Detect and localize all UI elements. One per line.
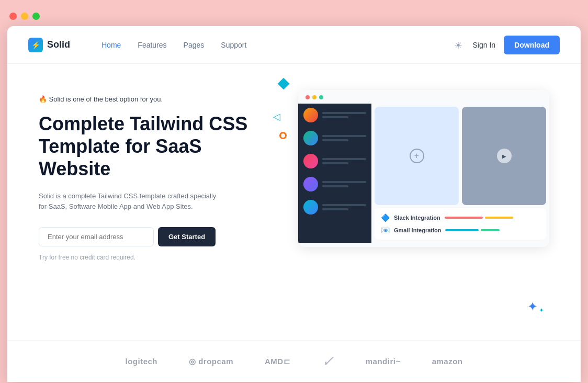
- slack-integration-row: 🔷 Slack Integration: [381, 213, 540, 222]
- deco-star-area: ✦ ✦: [527, 299, 544, 314]
- chat-line: [322, 185, 348, 187]
- avatar-1: [303, 108, 318, 122]
- nav-link-home[interactable]: Home: [101, 41, 121, 49]
- avatar-3: [303, 154, 318, 168]
- slack-bar-yellow: [485, 217, 514, 219]
- right-panels-wrapper: + ▶ 🔷: [371, 104, 549, 243]
- navbar: ⚡ Solid Home Features Pages Support ☀ Si…: [7, 26, 581, 64]
- brand-dropcam: ◎ dropcam: [189, 357, 233, 366]
- nav-right: ☀ Sign In Download: [454, 36, 560, 54]
- mockup-dot-green: [319, 95, 323, 99]
- brand-amd: AMD⊏: [265, 357, 290, 366]
- play-button[interactable]: ▶: [497, 149, 512, 163]
- chat-lines-3: [322, 158, 366, 164]
- chat-panel: [298, 104, 371, 243]
- brand-nike: ✓: [322, 353, 334, 370]
- chat-lines-5: [322, 204, 366, 210]
- mockup-dot-red: [306, 95, 310, 99]
- hero-title-line2: Template for SaaS Website: [39, 136, 201, 179]
- chat-line: [322, 116, 348, 118]
- trial-text: Try for free no credit card required.: [39, 254, 269, 261]
- chat-line: [322, 181, 366, 183]
- hero-title: Complete Tailwind CSS Template for SaaS …: [39, 112, 269, 181]
- browser-window: ⚡ Solid Home Features Pages Support ☀ Si…: [7, 26, 581, 382]
- integrations-panel: 🔷 Slack Integration 📧: [375, 208, 546, 240]
- nav-links: Home Features Pages Support: [101, 41, 454, 49]
- gmail-progress: [445, 229, 540, 231]
- nav-link-pages[interactable]: Pages: [184, 41, 205, 49]
- slack-progress: [445, 217, 540, 219]
- logo-text: Solid: [47, 39, 70, 50]
- traffic-light-red[interactable]: [9, 13, 17, 20]
- mockup-dots: [298, 90, 549, 104]
- hero-title-line1: Complete Tailwind CSS: [39, 113, 247, 134]
- get-started-button[interactable]: Get Started: [158, 227, 216, 246]
- mockup-dot-yellow: [312, 95, 316, 99]
- brands-section: logitech ◎ dropcam AMD⊏ ✓ mandiri~ amazo…: [7, 340, 581, 382]
- avatar-5: [303, 200, 318, 215]
- chat-item-1: [298, 104, 371, 127]
- chat-lines-1: [322, 112, 366, 118]
- traffic-light-green[interactable]: [32, 13, 40, 20]
- plus-button[interactable]: +: [410, 149, 424, 163]
- chat-line: [322, 135, 366, 137]
- nav-link-features[interactable]: Features: [138, 41, 166, 49]
- window-chrome: [0, 0, 588, 26]
- chat-item-3: [298, 150, 371, 173]
- brand-logitech: logitech: [126, 357, 158, 366]
- panel-card-play: ▶: [462, 107, 546, 205]
- email-form: Get Started: [39, 227, 269, 246]
- traffic-lights: [9, 7, 579, 26]
- dashboard-mockup: + ▶ 🔷: [298, 90, 549, 247]
- email-input[interactable]: [39, 227, 154, 246]
- hero-right: + ▶ 🔷: [269, 85, 549, 324]
- hero-left: 🔥 Solid is one of the best option for yo…: [39, 85, 269, 324]
- star-small-icon: ✦: [539, 307, 544, 314]
- logo-icon: ⚡: [28, 38, 43, 52]
- theme-toggle-icon[interactable]: ☀: [454, 40, 465, 50]
- brand-mandiri: mandiri~: [366, 357, 401, 366]
- chat-line: [322, 162, 348, 164]
- avatar-2: [303, 131, 318, 145]
- traffic-light-yellow[interactable]: [21, 13, 28, 20]
- panel-card-plus: +: [375, 107, 459, 205]
- hero-section: ◁ 🔥 Solid is one of the best option for …: [7, 64, 581, 340]
- brand-amazon: amazon: [432, 357, 463, 366]
- gmail-icon: 📧: [381, 226, 390, 234]
- star-icon: ✦: [527, 299, 538, 314]
- chat-line: [322, 208, 348, 210]
- hero-tagline: 🔥 Solid is one of the best option for yo…: [39, 95, 269, 103]
- slack-icon: 🔷: [381, 213, 390, 222]
- logo-area: ⚡ Solid: [28, 38, 70, 52]
- gmail-integration-row: 📧 Gmail Integration: [381, 226, 540, 234]
- chat-item-4: [298, 173, 371, 196]
- chat-item-5: [298, 196, 371, 219]
- hero-description: Solid is a complete Tailwind CSS templat…: [39, 191, 217, 213]
- gmail-name: Gmail Integration: [394, 227, 441, 233]
- gmail-bar-cyan: [445, 229, 478, 231]
- chat-lines-2: [322, 135, 366, 141]
- chat-line: [322, 204, 366, 206]
- sign-in-link[interactable]: Sign In: [473, 41, 496, 49]
- download-button[interactable]: Download: [504, 36, 560, 54]
- chat-item-2: [298, 127, 371, 150]
- chat-line: [322, 112, 366, 114]
- avatar-4: [303, 177, 318, 192]
- slack-bar-red: [445, 217, 483, 219]
- chat-lines-4: [322, 181, 366, 187]
- slack-name: Slack Integration: [394, 215, 440, 221]
- chat-line: [322, 139, 348, 141]
- gmail-bar-green: [481, 229, 500, 231]
- top-row: + ▶: [375, 107, 546, 205]
- mockup-content: + ▶ 🔷: [298, 104, 549, 243]
- chat-line: [322, 158, 366, 160]
- nav-link-support[interactable]: Support: [221, 41, 246, 49]
